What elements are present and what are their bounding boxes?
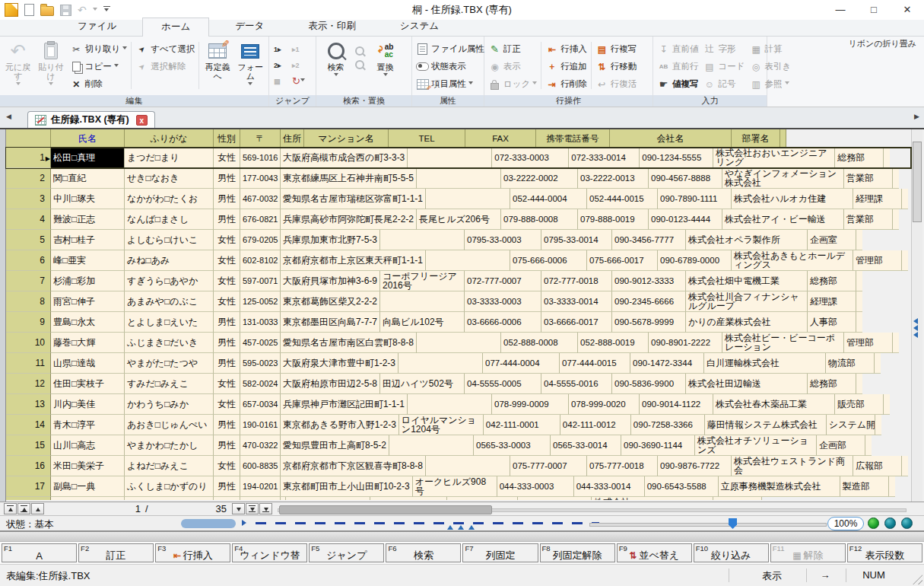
- cell-gender[interactable]: 男性: [214, 415, 240, 435]
- row-append-button[interactable]: +行追加: [543, 58, 589, 75]
- cell-dept[interactable]: 営業部: [844, 168, 893, 189]
- horizontal-scrollbar-thumb[interactable]: [279, 505, 492, 514]
- cell-kana[interactable]: ふじまき□だいき: [125, 333, 214, 353]
- cell-tel[interactable]: 03-3333-0003: [465, 291, 541, 312]
- cell-kana[interactable]: とよしま□えいた: [125, 312, 214, 333]
- cell-address[interactable]: 兵庫県神戸市灘区記田町1-1-1: [281, 394, 408, 415]
- cell-name[interactable]: 副島□一典: [51, 476, 125, 497]
- cell-mansion[interactable]: [380, 230, 465, 250]
- cell-fax[interactable]: 075-777-0018: [587, 456, 658, 476]
- cell-company[interactable]: 株式会社ビー・ビーコーポレーション: [722, 333, 844, 353]
- cell-company[interactable]: 株式会社春木薬品工業: [713, 394, 835, 415]
- cell-address[interactable]: 愛知県豊田市上高町8-5-2: [281, 435, 389, 456]
- cell-tel[interactable]: 072-777-0007: [465, 271, 541, 291]
- cell-dept[interactable]: 人事部: [808, 312, 856, 333]
- fkey-f12-button[interactable]: F12表示段数: [847, 543, 922, 562]
- cell-zip[interactable]: 470-0322: [240, 435, 281, 456]
- row-number[interactable]: 6: [6, 250, 51, 271]
- copy-button[interactable]: コピー: [68, 58, 130, 75]
- cell-address[interactable]: 愛知県名古屋市南区白雲町8-8-8: [281, 333, 417, 353]
- cell-tel[interactable]: 075-777-0007: [510, 456, 587, 476]
- cell-fax[interactable]: 075-666-0017: [587, 250, 658, 271]
- cell-company[interactable]: 株式会社川合フィナンシャルグループ: [686, 291, 808, 312]
- cell-mansion[interactable]: [380, 291, 465, 312]
- cell-dept[interactable]: 総務部: [808, 374, 856, 394]
- cell-name[interactable]: 松田□真理: [51, 148, 125, 168]
- cell-address[interactable]: 東京都練馬区上石神井南町5-5-5: [281, 168, 417, 189]
- cell-dept[interactable]: 物流部: [826, 353, 875, 374]
- new-file-icon[interactable]: [24, 4, 34, 16]
- cell-address[interactable]: 大阪府高槻市成合西の町3-3-3: [281, 148, 408, 168]
- row-number[interactable]: 10: [6, 333, 51, 353]
- zoom-level-badge[interactable]: 100%: [827, 517, 864, 530]
- cell-gender[interactable]: 男性: [214, 168, 240, 189]
- cell-company[interactable]: 株式会社オチソリューションズ: [695, 435, 817, 456]
- fkey-f6-button[interactable]: F6検索: [386, 543, 461, 562]
- cell-name[interactable]: 青木□淳平: [51, 415, 125, 435]
- column-header-address[interactable]: 住所: [281, 129, 304, 148]
- cell-mobile[interactable]: 090-1234-5555: [640, 148, 713, 168]
- column-header-zip[interactable]: 〒: [240, 129, 281, 148]
- cell-name[interactable]: 峰□亜実: [51, 250, 125, 271]
- cell-kana[interactable]: やまがた□たつや: [125, 353, 214, 374]
- cell-tel[interactable]: 03-6666-0006: [465, 312, 541, 333]
- cell-gender[interactable]: 男性: [214, 312, 240, 333]
- cell-mobile[interactable]: 090-5678-9999: [612, 312, 686, 333]
- cell-mansion[interactable]: 向島ビル102号: [380, 312, 465, 333]
- zoom-slider-track[interactable]: [589, 523, 827, 527]
- cell-name[interactable]: 吉村□桂子: [51, 230, 125, 250]
- cell-mansion[interactable]: ロイヤルマンション1204号: [399, 415, 484, 435]
- fkey-f7-button[interactable]: F7列固定: [462, 543, 538, 562]
- cell-dept[interactable]: 企画室: [808, 230, 856, 250]
- cell-mobile[interactable]: 090-5836-9900: [612, 374, 686, 394]
- cell-zip[interactable]: 600-8835: [240, 456, 281, 476]
- row-number[interactable]: 17: [6, 476, 51, 497]
- column-header-fax[interactable]: FAX: [465, 129, 536, 148]
- cell-tel[interactable]: 052-888-0008: [501, 333, 578, 353]
- row-number[interactable]: 16: [6, 456, 51, 476]
- cell-name[interactable]: 藤巻□大輝: [51, 333, 125, 353]
- cell-fax[interactable]: 03-3333-0014: [541, 291, 612, 312]
- cell-mobile[interactable]: 090-6543-5588: [645, 476, 719, 497]
- maximize-button[interactable]: □: [857, 0, 891, 20]
- cell-gender[interactable]: 男性: [214, 333, 240, 353]
- cell-zip[interactable]: 131-0033: [240, 312, 281, 333]
- cell-gender[interactable]: 男性: [214, 189, 240, 209]
- cell-tel[interactable]: 077-444-0004: [483, 353, 560, 374]
- row-number[interactable]: 13: [6, 394, 51, 415]
- tab-scroll-right-icon[interactable]: ▶: [914, 113, 919, 120]
- ribbon-tab-data[interactable]: データ: [217, 18, 282, 36]
- cell-company[interactable]: 白川運輸株式会社: [704, 353, 826, 374]
- close-button[interactable]: ✕: [891, 0, 924, 20]
- fkey-f2-button[interactable]: F2訂正: [78, 543, 154, 562]
- row-number[interactable]: 15: [6, 435, 51, 456]
- cell-fax[interactable]: 072-777-0018: [541, 271, 612, 291]
- cell-kana[interactable]: よしむら□けいこ: [125, 230, 214, 250]
- cell-name[interactable]: 山県□達哉: [51, 353, 125, 374]
- row-copy-button[interactable]: ▤行複写: [593, 40, 640, 58]
- row-number[interactable]: 5: [6, 230, 51, 250]
- cell-mansion[interactable]: [426, 456, 510, 476]
- fkey-f9-button[interactable]: F9⇅並べ替え: [617, 543, 692, 562]
- cell-kana[interactable]: まつだ□まり: [125, 148, 214, 168]
- cell-address[interactable]: 大阪府泉大津市豊中町1-2-3: [281, 353, 398, 374]
- cell-tel[interactable]: 0565-33-0003: [474, 435, 551, 456]
- cell-mobile[interactable]: 090-3456-7777: [612, 230, 686, 250]
- select-all-button[interactable]: ➤すべて選択: [133, 40, 197, 58]
- cell-mobile[interactable]: 090-2345-6666: [612, 291, 686, 312]
- zoom-slider-handle[interactable]: [729, 518, 737, 529]
- cell-name[interactable]: 杉浦□彩加: [51, 271, 125, 291]
- cell-name[interactable]: 関□直紀: [51, 168, 125, 189]
- cell-dept[interactable]: 経理課: [853, 189, 902, 209]
- cell-fax[interactable]: 072-333-0014: [569, 148, 640, 168]
- cell-mobile[interactable]: 090-9876-7722: [658, 456, 732, 476]
- row-number[interactable]: 9: [6, 312, 51, 333]
- cell-dept[interactable]: 管理部: [853, 250, 902, 271]
- value-copy-button[interactable]: ☛値複写: [655, 75, 701, 93]
- cell-address[interactable]: 京都府京都市下京区観喜寺町8-8-8: [281, 456, 426, 476]
- cell-company[interactable]: 株式会社あきもとホールディングス: [732, 250, 853, 271]
- row-number[interactable]: 3: [6, 189, 51, 209]
- cell-zip[interactable]: 569-1016: [240, 148, 281, 168]
- delete-button[interactable]: ✕削除: [68, 75, 130, 93]
- window-split-icon[interactable]: [913, 318, 918, 338]
